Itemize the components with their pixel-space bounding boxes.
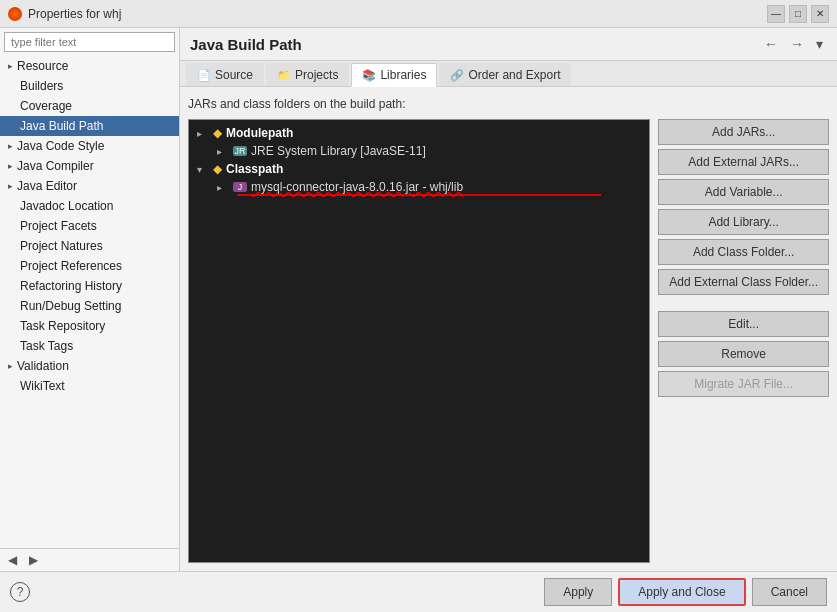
sidebar-item-javadoc-location[interactable]: Javadoc Location: [0, 196, 179, 216]
scroll-right-icon[interactable]: ▶: [23, 551, 44, 569]
tree-node-icon-jre-system-library: JR: [233, 146, 247, 156]
add-library-button[interactable]: Add Library...: [658, 209, 829, 235]
tree-arrow-icon: ▸: [197, 128, 209, 139]
minimize-button[interactable]: —: [767, 5, 785, 23]
tree-node-label-modulepath: Modulepath: [226, 126, 293, 140]
add-external-class-folder-button[interactable]: Add External Class Folder...: [658, 269, 829, 295]
tree-node-jre-system-library[interactable]: ▸JRJRE System Library [JavaSE-11]: [193, 142, 645, 160]
nav-back-button[interactable]: ←: [760, 34, 782, 54]
remove-button[interactable]: Remove: [658, 341, 829, 367]
expand-icon: ▸: [8, 361, 13, 371]
red-underline-decoration: [237, 194, 601, 196]
sidebar-item-label: Task Repository: [20, 319, 105, 333]
window-title: Properties for whj: [28, 7, 121, 21]
bottom-left: ?: [10, 582, 30, 602]
content-title: Java Build Path: [190, 36, 302, 53]
main-layout: ▸ResourceBuildersCoverageJava Build Path…: [0, 28, 837, 571]
sidebar-item-label: Refactoring History: [20, 279, 122, 293]
sidebar-item-wikitext[interactable]: WikiText: [0, 376, 179, 396]
tab-libraries[interactable]: 📚Libraries: [351, 63, 437, 87]
close-button[interactable]: ✕: [811, 5, 829, 23]
sidebar-item-project-facets[interactable]: Project Facets: [0, 216, 179, 236]
help-button[interactable]: ?: [10, 582, 30, 602]
sidebar-item-label: Task Tags: [20, 339, 73, 353]
tab-order-export[interactable]: 🔗Order and Export: [439, 63, 571, 86]
tree-node-icon-classpath: ◆: [213, 162, 222, 176]
sidebar-item-label: Java Code Style: [17, 139, 104, 153]
tree-node-classpath[interactable]: ▾◆Classpath: [193, 160, 645, 178]
sidebar: ▸ResourceBuildersCoverageJava Build Path…: [0, 28, 180, 571]
tree-node-icon-modulepath: ◆: [213, 126, 222, 140]
title-bar: Properties for whj — □ ✕: [0, 0, 837, 28]
add-jars-button[interactable]: Add JARs...: [658, 119, 829, 145]
maximize-button[interactable]: □: [789, 5, 807, 23]
tab-icon-order-export: 🔗: [450, 69, 464, 82]
sidebar-item-builders[interactable]: Builders: [0, 76, 179, 96]
tree-area[interactable]: ▸◆Modulepath▸JRJRE System Library [JavaS…: [188, 119, 650, 563]
migrate-jar-file-button[interactable]: Migrate JAR File...: [658, 371, 829, 397]
tab-icon-libraries: 📚: [362, 69, 376, 82]
sidebar-item-java-editor[interactable]: ▸Java Editor: [0, 176, 179, 196]
bottom-bar: ? Apply Apply and Close Cancel: [0, 571, 837, 612]
sidebar-item-label: Coverage: [20, 99, 72, 113]
cancel-button[interactable]: Cancel: [752, 578, 827, 606]
bottom-right: Apply Apply and Close Cancel: [544, 578, 827, 606]
expand-icon: ▸: [8, 141, 13, 151]
filter-input[interactable]: [4, 32, 175, 52]
tab-icon-source: 📄: [197, 69, 211, 82]
tab-label-projects: Projects: [295, 68, 338, 82]
buttons-panel: Add JARs...Add External JARs...Add Varia…: [658, 119, 829, 563]
nav-forward-button[interactable]: →: [786, 34, 808, 54]
panel-body: ▸◆Modulepath▸JRJRE System Library [JavaS…: [188, 119, 829, 563]
sidebar-item-java-compiler[interactable]: ▸Java Compiler: [0, 156, 179, 176]
sidebar-item-task-tags[interactable]: Task Tags: [0, 336, 179, 356]
tabs-bar: 📄Source📁Projects📚Libraries🔗Order and Exp…: [180, 61, 837, 87]
header-nav: ← → ▾: [760, 34, 827, 54]
sidebar-item-label: Java Build Path: [20, 119, 103, 133]
content-header: Java Build Path ← → ▾: [180, 28, 837, 61]
expand-icon: ▸: [8, 181, 13, 191]
tab-label-order-export: Order and Export: [468, 68, 560, 82]
edit-button[interactable]: Edit...: [658, 311, 829, 337]
add-variable-button[interactable]: Add Variable...: [658, 179, 829, 205]
sidebar-item-label: Builders: [20, 79, 63, 93]
sidebar-item-coverage[interactable]: Coverage: [0, 96, 179, 116]
panel: JARs and class folders on the build path…: [180, 87, 837, 571]
tab-label-libraries: Libraries: [380, 68, 426, 82]
apply-button[interactable]: Apply: [544, 578, 612, 606]
sidebar-item-refactoring-history[interactable]: Refactoring History: [0, 276, 179, 296]
tree-node-icon-mysql-connector: J: [233, 182, 247, 192]
sidebar-item-project-references[interactable]: Project References: [0, 256, 179, 276]
expand-icon: ▸: [8, 61, 13, 71]
apply-and-close-button[interactable]: Apply and Close: [618, 578, 745, 606]
sidebar-item-label: Run/Debug Setting: [20, 299, 121, 313]
sidebar-item-label: Project Facets: [20, 219, 97, 233]
tab-source[interactable]: 📄Source: [186, 63, 264, 86]
tree-node-label-classpath: Classpath: [226, 162, 283, 176]
sidebar-item-java-code-style[interactable]: ▸Java Code Style: [0, 136, 179, 156]
tab-label-source: Source: [215, 68, 253, 82]
add-external-jars-button[interactable]: Add External JARs...: [658, 149, 829, 175]
tab-projects[interactable]: 📁Projects: [266, 63, 349, 86]
scroll-left-icon[interactable]: ◀: [2, 551, 23, 569]
sidebar-item-label: Project References: [20, 259, 122, 273]
sidebar-item-label: Java Editor: [17, 179, 77, 193]
sidebar-item-resource[interactable]: ▸Resource: [0, 56, 179, 76]
sidebar-item-validation[interactable]: ▸Validation: [0, 356, 179, 376]
sidebar-item-task-repository[interactable]: Task Repository: [0, 316, 179, 336]
sidebar-item-run-debug-settings[interactable]: Run/Debug Setting: [0, 296, 179, 316]
add-class-folder-button[interactable]: Add Class Folder...: [658, 239, 829, 265]
button-spacer: [658, 299, 829, 307]
sidebar-item-java-build-path[interactable]: Java Build Path: [0, 116, 179, 136]
nav-dropdown-button[interactable]: ▾: [812, 34, 827, 54]
content-area: Java Build Path ← → ▾ 📄Source📁Projects📚L…: [180, 28, 837, 571]
app-logo-icon: [8, 7, 22, 21]
sidebar-item-project-natures[interactable]: Project Natures: [0, 236, 179, 256]
sidebar-list: ▸ResourceBuildersCoverageJava Build Path…: [0, 56, 179, 548]
expand-icon: ▸: [8, 161, 13, 171]
title-bar-controls: — □ ✕: [767, 5, 829, 23]
sidebar-item-label: Javadoc Location: [20, 199, 113, 213]
tree-node-modulepath[interactable]: ▸◆Modulepath: [193, 124, 645, 142]
sidebar-item-label: WikiText: [20, 379, 65, 393]
tab-icon-projects: 📁: [277, 69, 291, 82]
